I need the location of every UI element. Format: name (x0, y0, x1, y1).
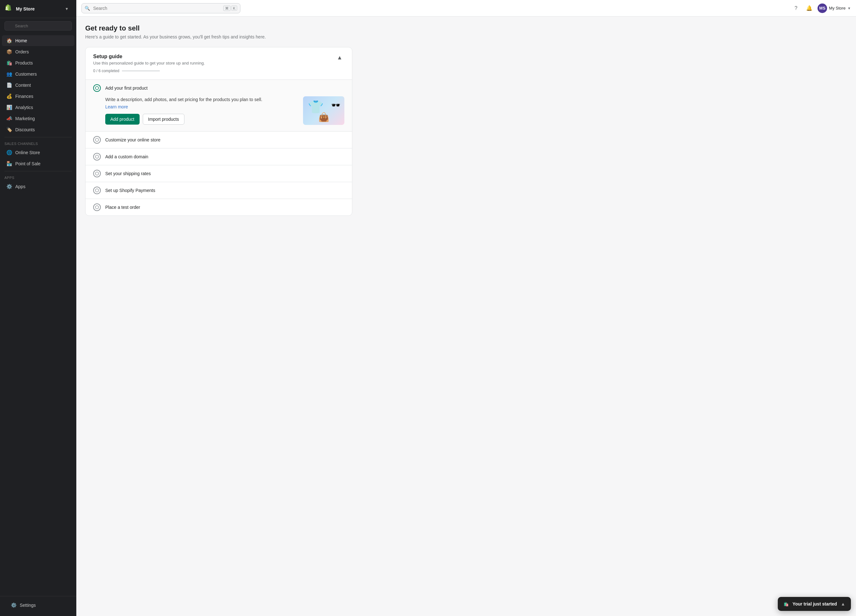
step-domain-header[interactable]: Add a custom domain (86, 149, 352, 165)
step-5-title: Set up Shopify Payments (105, 188, 344, 193)
sidebar-item-apps[interactable]: ⚙️ Apps (2, 181, 74, 192)
svg-point-4 (95, 189, 99, 192)
sidebar-item-marketing[interactable]: 📣 Marketing (2, 113, 74, 124)
sidebar-item-discounts-label: Discounts (15, 127, 35, 132)
circle-icon (95, 86, 99, 90)
sidebar-item-apps-label: Apps (15, 184, 25, 189)
sidebar-item-online-store[interactable]: 🌐 Online Store (2, 147, 74, 158)
progress-row: 0 / 6 completed (93, 69, 205, 73)
step-1-actions: Add product Import products (105, 114, 296, 124)
step-1-text: Write a description, add photos, and set… (105, 96, 296, 124)
trial-banner-text: Your trial just started (793, 601, 837, 607)
sidebar-chevron-button[interactable]: ▼ (62, 4, 72, 14)
sidebar-item-marketing-label: Marketing (15, 116, 35, 121)
circle-6-icon (95, 205, 99, 209)
sidebar-item-settings-label: Settings (20, 603, 36, 608)
products-icon: 🛍️ (6, 60, 12, 66)
setup-guide-header: Setup guide Use this personalized guide … (86, 48, 352, 80)
step-1-expanded-content: Write a description, add photos, and set… (86, 96, 352, 131)
store-selector[interactable]: MS My Store ▼ (818, 3, 851, 13)
online-store-icon: 🌐 (6, 150, 12, 155)
sidebar-search-input[interactable] (5, 21, 72, 31)
svg-point-0 (95, 86, 99, 90)
sidebar-item-analytics[interactable]: 📊 Analytics (2, 102, 74, 113)
step-1-title: Add your first product (105, 86, 344, 91)
sidebar-search-container: 🔍 (0, 18, 76, 34)
apps-icon: ⚙️ (6, 184, 12, 189)
content-icon: 📄 (6, 82, 12, 88)
step-3-title: Add a custom domain (105, 154, 344, 159)
step-payments-header[interactable]: Set up Shopify Payments (86, 182, 352, 199)
topbar-search-icon: 🔍 (85, 6, 90, 11)
search-keyboard-shortcut: ⌘K (223, 5, 237, 11)
step-circle-3 (93, 153, 101, 161)
sidebar-item-finances[interactable]: 💰 Finances (2, 91, 74, 102)
sidebar-item-discounts[interactable]: 🏷️ Discounts (2, 124, 74, 135)
circle-5-icon (95, 189, 99, 192)
setup-guide-header-text: Setup guide Use this personalized guide … (93, 54, 205, 73)
step-customize-header[interactable]: Customize your online store (86, 132, 352, 148)
topbar-right: ? 🔔 MS My Store ▼ (791, 3, 851, 13)
sidebar-item-orders[interactable]: 📦 Orders (2, 46, 74, 57)
step-circle-2 (93, 136, 101, 144)
help-icon: ? (794, 5, 797, 11)
setup-guide-description: Use this personalized guide to get your … (93, 61, 205, 66)
sidebar-item-customers-label: Customers (15, 72, 37, 77)
step-test-order-header[interactable]: Place a test order (86, 199, 352, 215)
setup-guide-title: Setup guide (93, 54, 205, 60)
trial-banner-icon: 🛍️ (784, 602, 788, 607)
sidebar-footer: ⚙️ Settings (0, 596, 76, 616)
sidebar-item-customers[interactable]: 👥 Customers (2, 69, 74, 80)
page-title: Get ready to sell (85, 24, 847, 32)
step-place-test-order: Place a test order (86, 199, 352, 215)
shopify-logo-icon (5, 5, 13, 13)
step-circle-4 (93, 170, 101, 177)
setup-steps: Add your first product Write a descripti… (86, 80, 352, 215)
circle-3-icon (95, 155, 99, 158)
step-add-custom-domain: Add a custom domain (86, 149, 352, 165)
sidebar-search-wrapper: 🔍 (5, 21, 72, 31)
sidebar-item-point-of-sale-label: Point of Sale (15, 161, 40, 166)
step-circle-6 (93, 203, 101, 211)
discounts-icon: 🏷️ (6, 127, 12, 132)
circle-4-icon (95, 172, 99, 175)
step-add-first-product-header[interactable]: Add your first product (86, 80, 352, 96)
step-shipping-header[interactable]: Set your shipping rates (86, 165, 352, 182)
sidebar-item-point-of-sale[interactable]: 🏪 Point of Sale (2, 158, 74, 169)
sidebar-item-products[interactable]: 🛍️ Products (2, 58, 74, 68)
collapse-button[interactable]: ▲ (335, 54, 344, 61)
step-circle-5 (93, 187, 101, 194)
point-of-sale-icon: 🏪 (6, 161, 12, 167)
settings-icon: ⚙️ (11, 602, 17, 608)
sidebar-item-content-label: Content (15, 83, 31, 88)
finances-icon: 💰 (6, 94, 12, 99)
svg-point-5 (95, 206, 99, 209)
orders-icon: 📦 (6, 49, 12, 55)
marketing-icon: 📣 (6, 116, 12, 121)
topbar-notifications-button[interactable]: 🔔 (804, 3, 814, 13)
sidebar-item-home[interactable]: 🏠 Home (2, 35, 74, 46)
sidebar-item-settings[interactable]: ⚙️ Settings (6, 600, 70, 611)
svg-point-1 (95, 138, 99, 141)
sidebar-logo[interactable]: My Store (5, 5, 35, 13)
topbar: 🔍 ⌘K ? 🔔 MS My Store ▼ (76, 0, 856, 17)
topbar-help-button[interactable]: ? (791, 3, 801, 13)
page-content: Get ready to sell Here's a guide to get … (76, 17, 856, 616)
progress-bar-container (122, 70, 160, 72)
sidebar-item-finances-label: Finances (15, 94, 33, 99)
store-name: My Store (16, 6, 35, 11)
add-product-button[interactable]: Add product (105, 114, 140, 124)
sidebar-nav: 🏠 Home 📦 Orders 🛍️ Products 👥 Customers … (0, 34, 76, 596)
trial-banner[interactable]: 🛍️ Your trial just started ▲ (778, 597, 851, 611)
topbar-search-input[interactable] (82, 3, 240, 13)
trial-banner-title: Your trial just started (793, 601, 837, 607)
sunglasses-icon: 🕶️ (331, 101, 340, 110)
sidebar-header: My Store ▼ (0, 0, 76, 18)
bag-icon: 👜 (318, 112, 329, 122)
main-content: 🔍 ⌘K ? 🔔 MS My Store ▼ Get ready to sell… (76, 0, 856, 616)
import-products-button[interactable]: Import products (143, 114, 185, 124)
nav-divider-1 (5, 137, 72, 137)
learn-more-link[interactable]: Learn more (105, 104, 128, 109)
sidebar-item-content[interactable]: 📄 Content (2, 80, 74, 91)
sidebar-item-online-store-label: Online Store (15, 150, 40, 155)
